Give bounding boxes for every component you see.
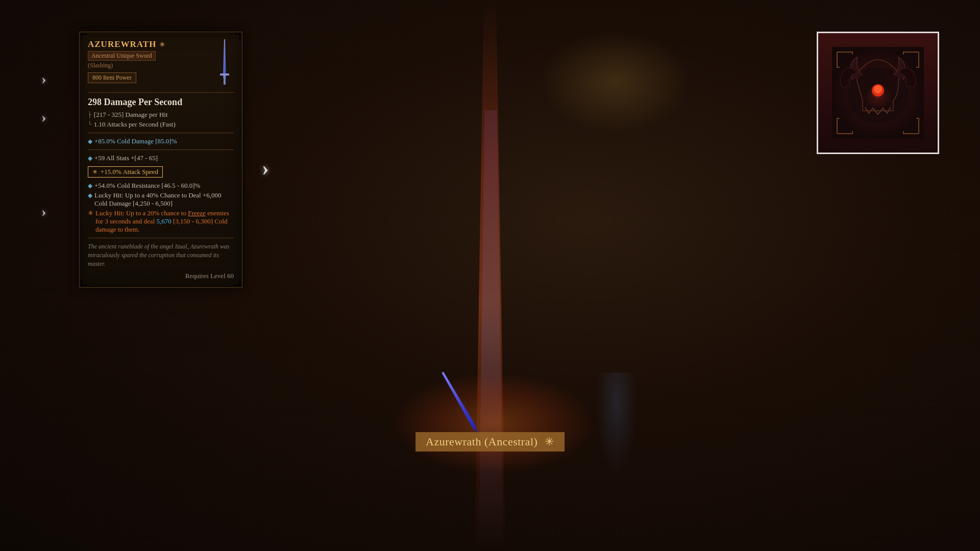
lucky-hit-2-prefix: Lucky Hit: Up to a 20% chance to — [95, 209, 186, 217]
damage-range-text: [217 - 325] Damage per Hit — [94, 111, 168, 119]
equipped-item-panel — [817, 32, 939, 154]
unique-box-icon: ✳ — [92, 168, 97, 176]
item-type-label: Ancestral Unique Sword — [88, 51, 156, 61]
diamond-4: ◆ — [88, 192, 92, 199]
item-power-container: 800 Item Power — [88, 72, 234, 88]
divider-2 — [88, 133, 234, 133]
compare-arrow[interactable] — [250, 153, 281, 184]
svg-point-9 — [860, 80, 896, 111]
nav-arrow-bottom[interactable] — [35, 204, 53, 219]
item-power-badge: 800 Item Power — [88, 72, 136, 83]
item-name: AZUREWRATH — [88, 39, 156, 49]
all-stats-text: +59 All Stats +[47 - 65] — [94, 154, 158, 162]
item-weapon-type: (Slashing) — [88, 62, 234, 69]
nav-arrow-middle[interactable] — [35, 110, 53, 125]
divider-1 — [88, 92, 234, 93]
lucky-hit-2-content: Lucky Hit: Up to a 20% chance to Freeze … — [95, 209, 234, 234]
damage-range-line: ├ [217 - 325] Damage per Hit — [88, 111, 234, 119]
nav-arrow-top[interactable] — [35, 71, 53, 87]
unique-star-icon: ✳ — [159, 40, 165, 49]
ground-item-label: Azurewrath (Ancestral) ✳ — [415, 432, 565, 452]
attack-speed-line: └ 1.10 Attacks per Second (Fast) — [88, 120, 234, 129]
item-subtitle-badge: Ancestral Unique Sword — [88, 51, 234, 62]
all-stats-line: ◆ +59 All Stats +[47 - 65] — [88, 154, 234, 162]
character-hint — [596, 372, 637, 474]
corner-br — [234, 280, 240, 286]
unique-stat-container: ✳ +15.0% Attack Speed — [88, 164, 234, 180]
ground-item-text: Azurewrath (Ancestral) ✳ — [415, 432, 565, 452]
item-tooltip-card: AZUREWRATH ✳ Ancestral Unique Sword (Sla… — [79, 32, 242, 288]
lucky-suffix: damage to them. — [95, 226, 139, 233]
svg-rect-1 — [220, 73, 229, 76]
bullet-1: ├ — [88, 111, 92, 117]
diamond-3: ◆ — [88, 182, 92, 190]
bullet-2: └ — [88, 121, 92, 127]
unique-attack-speed-box: ✳ +15.0% Attack Speed — [88, 166, 163, 178]
lucky-hit-1-line: ◆ Lucky Hit: Up to a 40% Chance to Deal … — [88, 191, 234, 208]
lucky-hit-1-text: Lucky Hit: Up to a 40% Chance to Deal +6… — [94, 191, 234, 208]
divider-3 — [88, 149, 234, 150]
requires-level: Requires Level 60 — [88, 272, 234, 280]
divider-4 — [88, 238, 234, 238]
corner-tl — [81, 34, 87, 40]
unique-attack-speed-text: +15.0% Attack Speed — [101, 168, 158, 176]
svg-rect-2 — [224, 76, 226, 85]
cold-damage-line: ◆ +85.0% Cold Damage [85.0]% — [88, 137, 234, 145]
lucky-num: 5,670 — [157, 217, 172, 225]
cold-resistance-text: +54.0% Cold Resistance [46.5 - 60.0]% — [94, 182, 200, 190]
lucky-range: [3,150 - 6,300] Cold — [173, 217, 228, 225]
corner-bl — [81, 280, 87, 286]
freeze-text: Freeze — [188, 209, 206, 217]
item-title-row: AZUREWRATH ✳ — [88, 39, 234, 49]
cold-resistance-line: ◆ +54.0% Cold Resistance [46.5 - 60.0]% — [88, 182, 234, 190]
item-sword-image — [213, 36, 236, 92]
diamond-2: ◆ — [88, 155, 92, 162]
lucky-hit-2-line: ✳ Lucky Hit: Up to a 20% chance to Freez… — [88, 209, 234, 234]
ground-item-symbol: ✳ — [545, 435, 554, 448]
cold-damage-text: +85.0% Cold Damage [85.0]% — [94, 137, 177, 145]
diamond-1: ◆ — [88, 138, 92, 145]
lucky-unique-icon: ✳ — [88, 209, 93, 217]
skull-emblem — [832, 47, 924, 139]
flavor-text: The ancient runeblade of the angel Izual… — [88, 242, 234, 268]
dps-stat: 298 Damage Per Second — [88, 97, 234, 108]
attack-speed-text: 1.10 Attacks per Second (Fast) — [94, 120, 176, 129]
ground-item-name: Azurewrath (Ancestral) — [426, 435, 537, 448]
